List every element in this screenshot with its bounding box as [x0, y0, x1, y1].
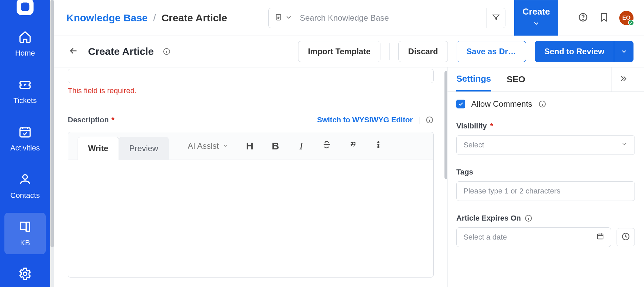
italic-icon: I — [299, 140, 303, 152]
description-label: Description* — [68, 116, 115, 124]
required-marker: * — [490, 122, 493, 130]
info-icon[interactable] — [425, 116, 434, 124]
content-row: This field is required. Description* Swi… — [54, 67, 644, 287]
search-scope-selector[interactable] — [269, 14, 298, 23]
tags-input[interactable] — [456, 181, 635, 201]
expires-date-input[interactable]: Select a date — [456, 227, 611, 247]
italic-button[interactable]: I — [296, 141, 306, 151]
chevron-down-icon — [621, 141, 628, 149]
expires-field: Article Expires On Select a date — [456, 214, 635, 247]
avatar[interactable]: EO — [619, 11, 633, 25]
sidebar-scroll-thumb[interactable] — [50, 0, 54, 247]
editor-tabs: Write Preview AI Assist H B I — [68, 132, 433, 160]
strike-button[interactable] — [322, 141, 332, 151]
search-filter-button[interactable] — [486, 8, 505, 28]
nav-kb[interactable]: KB — [4, 213, 46, 254]
info-icon[interactable] — [524, 214, 533, 222]
page-title: Create Article — [88, 46, 154, 57]
tab-preview[interactable]: Preview — [119, 137, 169, 160]
create-label: Create — [523, 6, 550, 17]
panel-expand-button[interactable] — [611, 67, 635, 91]
visibility-label: Visibility* — [456, 122, 635, 130]
svg-point-7 — [583, 19, 583, 20]
expires-time-button[interactable] — [617, 228, 635, 246]
user-icon — [18, 172, 32, 188]
bold-button[interactable]: B — [270, 141, 281, 151]
document-icon — [275, 14, 282, 23]
page-action-bar: Create Article Import Template Discard S… — [54, 36, 644, 67]
editor-textarea[interactable] — [68, 160, 433, 277]
top-bar: Knowledge Base / Create Article Create E… — [54, 0, 644, 36]
search-input[interactable] — [298, 13, 486, 23]
create-button[interactable]: Create — [514, 0, 558, 36]
svg-point-3 — [23, 175, 27, 179]
app-logo — [15, 0, 35, 17]
nav-activities[interactable]: Activities — [4, 118, 46, 159]
ticket-icon — [18, 78, 32, 93]
double-chevron-right-icon — [619, 74, 628, 85]
breadcrumb-separator: / — [153, 12, 156, 24]
import-template-button[interactable]: Import Template — [298, 41, 380, 62]
breadcrumb-root[interactable]: Knowledge Base — [66, 12, 148, 24]
chevron-down-icon — [222, 141, 228, 151]
help-button[interactable] — [577, 12, 589, 24]
info-icon[interactable] — [538, 100, 546, 108]
quote-icon — [348, 140, 357, 152]
tab-settings[interactable]: Settings — [456, 67, 491, 91]
calendar-check-icon — [18, 125, 32, 140]
nav-label: Tickets — [14, 96, 37, 105]
bold-icon: B — [272, 140, 279, 152]
save-draft-button[interactable]: Save as Dr… — [457, 41, 526, 62]
form-scroll-thumb[interactable] — [444, 71, 447, 179]
calendar-icon — [597, 232, 604, 242]
tags-label: Tags — [456, 168, 635, 177]
bookmark-icon — [599, 12, 609, 24]
arrow-left-icon — [68, 46, 79, 58]
search-bar — [268, 8, 505, 28]
more-vertical-icon — [374, 140, 383, 152]
nav-home[interactable]: Home — [4, 23, 46, 64]
tab-write[interactable]: Write — [78, 137, 119, 160]
sidebar-scroll-track — [50, 0, 54, 287]
title-input[interactable] — [68, 69, 434, 83]
chevron-down-icon — [285, 14, 292, 23]
allow-comments-label: Allow Comments — [471, 99, 532, 109]
help-icon — [578, 12, 588, 24]
discard-button[interactable]: Discard — [398, 41, 448, 62]
panel-tabs: Settings SEO — [448, 67, 644, 92]
main-area: Knowledge Base / Create Article Create E… — [54, 0, 644, 287]
bookmark-button[interactable] — [598, 12, 610, 24]
tab-seo[interactable]: SEO — [507, 68, 525, 91]
info-icon[interactable] — [163, 47, 171, 56]
visibility-select[interactable]: Select — [456, 135, 635, 155]
send-to-review-button[interactable]: Send to Review — [535, 41, 633, 62]
nav-contacts[interactable]: Contacts — [4, 165, 46, 207]
nav-label: Activities — [11, 144, 40, 152]
settings-panel: Settings SEO Allow Comments Visibility* … — [447, 67, 644, 287]
tags-field: Tags — [456, 168, 635, 201]
svg-point-4 — [23, 272, 27, 275]
clock-icon — [621, 232, 630, 243]
nav-label: Home — [15, 49, 35, 58]
ai-assist-button[interactable]: AI Assist — [188, 141, 228, 151]
nav-tickets[interactable]: Tickets — [4, 70, 46, 112]
panel-body: Allow Comments Visibility* Select Tags — [448, 92, 644, 254]
book-icon — [18, 220, 32, 235]
back-button[interactable] — [68, 46, 79, 57]
strikethrough-icon — [322, 140, 332, 152]
nav-settings[interactable] — [4, 267, 46, 282]
app-sidebar: Home Tickets Activities Contacts KB — [0, 0, 50, 287]
home-icon — [18, 30, 32, 45]
filter-icon — [492, 13, 500, 23]
divider — [389, 43, 390, 60]
allow-comments-checkbox[interactable] — [456, 100, 465, 108]
quote-button[interactable] — [348, 141, 358, 151]
heading-button[interactable]: H — [245, 141, 255, 151]
switch-editor-link[interactable]: Switch to WYSIWYG Editor | — [317, 116, 434, 124]
chevron-down-icon — [533, 19, 540, 29]
presence-indicator — [628, 20, 634, 26]
more-button[interactable] — [373, 141, 383, 151]
svg-point-10 — [378, 142, 379, 143]
heading-icon: H — [246, 140, 253, 152]
send-to-review-caret[interactable] — [614, 41, 633, 62]
